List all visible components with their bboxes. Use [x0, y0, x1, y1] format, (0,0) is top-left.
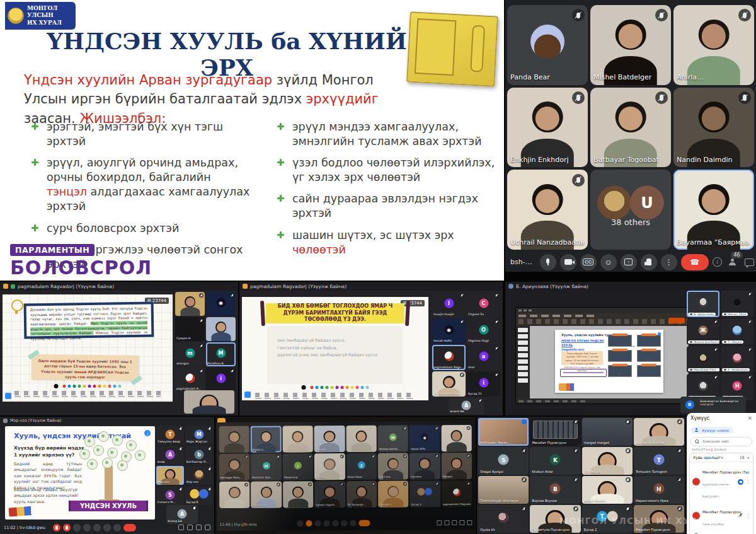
color-dot[interactable]: [98, 385, 101, 388]
participant-tile[interactable]: unubold: [314, 453, 345, 480]
participant-tile[interactable]: …Inuujin: [314, 426, 345, 452]
info-icon[interactable]: [178, 525, 184, 530]
color-dot[interactable]: [316, 386, 319, 389]
end-call-button[interactable]: [123, 524, 136, 531]
participant-tile[interactable]: pagmadulam Ragv…: [432, 371, 466, 397]
participant-tile[interactable]: Ж Жанна Батбаатар: [687, 318, 719, 345]
participant-tile[interactable]: Enkhsuder Nasan…: [478, 418, 529, 446]
participant-tile[interactable]: Сувдаа Н.: [175, 317, 205, 341]
participant-tile[interactable]: [175, 292, 205, 316]
participant-tile[interactable]: T Тэмүүлэн Амар: [156, 426, 184, 444]
participant-tile[interactable]: Sander Otgonl…: [314, 481, 345, 508]
participant-tile[interactable]: ◉: [206, 292, 236, 316]
info-icon[interactable]: [437, 520, 442, 525]
participant-row[interactable]: 11b anujin ⋮: [690, 530, 753, 534]
participant-tile[interactable]: [346, 426, 377, 452]
search-input[interactable]: [701, 439, 748, 444]
participant-tile[interactable]: [206, 317, 236, 341]
mic-button[interactable]: [53, 524, 60, 531]
camera-button[interactable]: [63, 524, 71, 531]
mic-button[interactable]: [297, 520, 303, 526]
participant-tile[interactable]: M Марк Жаргал: [185, 426, 213, 444]
close-icon[interactable]: ×: [747, 415, 752, 421]
participant-tile[interactable]: i Batjamsrat: [283, 453, 314, 480]
participant-tile[interactable]: [219, 426, 250, 453]
participant-tile[interactable]: Мэр нээ: [185, 466, 213, 485]
color-dot[interactable]: [356, 386, 359, 389]
participant-tile[interactable]: Mishel Batdelger: [590, 5, 671, 85]
participant-tile[interactable]: Tseska G…: [251, 426, 282, 453]
participant-tile[interactable]: S Сэлэнгэ М…: [156, 486, 184, 505]
participant-tile[interactable]: Uchrail Nanzadbaatarr: [507, 170, 588, 250]
raise-hand-button[interactable]: [341, 520, 347, 526]
participant-tile[interactable]: Э. Оюука: [721, 318, 753, 345]
chat-icon[interactable]: [745, 258, 754, 266]
participant-tile[interactable]: TG Tumenjar…: [346, 481, 377, 508]
group-header[interactable]: Хувь оролцогч 18 ∧: [690, 453, 753, 462]
participant-tile[interactable]: Panda Bear: [507, 5, 588, 85]
color-dot[interactable]: [346, 386, 349, 389]
raise-hand-button[interactable]: [83, 524, 91, 531]
participant-tile[interactable]: Nomin Nomin…: [582, 476, 633, 504]
participant-tile[interactable]: B Баянжаргал Баянжаргалнээгдсэн: [680, 397, 746, 413]
participant-tile[interactable]: Мөсөн_2016: [721, 291, 753, 317]
chat-icon[interactable]: [196, 525, 202, 530]
participant-tile[interactable]: pagmadulam Ragv…: [432, 345, 466, 370]
participant-tile[interactable]: A Anand BA: [449, 398, 484, 414]
host-controls-icon[interactable]: [205, 525, 210, 530]
participant-tile[interactable]: O Otgonoo Oogii: [467, 318, 500, 344]
participant-tile[interactable]: Бусад 8: [185, 486, 213, 505]
people-button[interactable]: 46: [728, 258, 738, 265]
participant-tile[interactable]: a anar: [467, 345, 500, 370]
participant-tile[interactable]: A Анар: [156, 446, 184, 465]
participant-tile[interactable]: U 38 others: [590, 170, 671, 250]
more-options-button[interactable]: [113, 524, 121, 531]
participant-tile[interactable]: B Buynaa Buynaa: [530, 476, 580, 504]
captions-button[interactable]: [73, 524, 81, 531]
raise-hand-button[interactable]: [641, 254, 657, 270]
participant-tile[interactable]: Margad: [441, 453, 472, 479]
participant-tile[interactable]: m anungoo: [175, 342, 205, 366]
participant-tile[interactable]: M Munkhuu B.: [206, 342, 236, 366]
search-box[interactable]: [690, 437, 752, 446]
participant-tile[interactable]: 11b anujin: [582, 447, 633, 475]
end-call-button[interactable]: ☎: [681, 254, 709, 270]
participant-tile[interactable]: ◉ Haruki RiRu: [410, 425, 440, 451]
color-dot[interactable]: [361, 386, 364, 389]
color-dot[interactable]: [73, 385, 76, 388]
participant-tile[interactable]: [184, 390, 234, 414]
host-controls-icon[interactable]: [467, 520, 472, 525]
slide-thumbnails[interactable]: [516, 326, 530, 398]
participant-tile[interactable]: Б. Ариунзаяа: [687, 291, 719, 317]
legalinfo-link[interactable]: МОНГОЛ УЛСЫН ҮНДСЭН ХУУЛЬ(legalinfo.mn): [561, 339, 605, 352]
participant-tile[interactable]: [441, 425, 472, 451]
camera-button[interactable]: [560, 254, 576, 270]
color-dot[interactable]: [78, 385, 81, 388]
reactions-button[interactable]: [323, 520, 329, 526]
color-dot[interactable]: [103, 385, 106, 388]
color-dot[interactable]: [113, 385, 117, 388]
present-button[interactable]: [93, 524, 101, 531]
participant-tile[interactable]: Ench-erd: [378, 453, 409, 479]
participant-tile[interactable]: Мэр нээ: [156, 466, 184, 485]
participant-tile[interactable]: [219, 482, 250, 508]
mic-button[interactable]: [540, 254, 556, 270]
participant-tile[interactable]: ◉ Haruki HaRU: [432, 318, 466, 344]
participant-tile[interactable]: Irevndra: [410, 453, 440, 479]
participant-tile[interactable]: Batmanlai Enkhba…: [634, 418, 684, 446]
color-dot[interactable]: [68, 385, 71, 388]
participant-tile[interactable]: Nandin Daimdin: [673, 88, 754, 168]
participant-tile[interactable]: pagmadulam Ragvadorj: [442, 480, 472, 507]
participant-tile[interactable]: S Shagai Ayvlgvi: [478, 447, 529, 475]
present-button[interactable]: ↑: [621, 254, 637, 270]
captions-button[interactable]: [314, 520, 321, 526]
participant-tile[interactable]: Бусад 9: [410, 480, 440, 507]
color-dot[interactable]: [331, 386, 334, 389]
participant-tile[interactable]: A Ананд БА: [166, 505, 198, 524]
participant-tile[interactable]: Z Zoloo Zoloo: [346, 453, 377, 480]
participant-tile[interactable]: b Батбаатар О…: [185, 446, 213, 465]
participant-tile[interactable]: Oyuka kh: [478, 505, 529, 533]
participant-row[interactable]: Мөнхбат Пүрэвсүрэн (Та) Хуралдаан нээсэн…: [690, 462, 753, 502]
people-icon[interactable]: [187, 525, 193, 530]
reactions-button[interactable]: ☺: [600, 254, 617, 270]
